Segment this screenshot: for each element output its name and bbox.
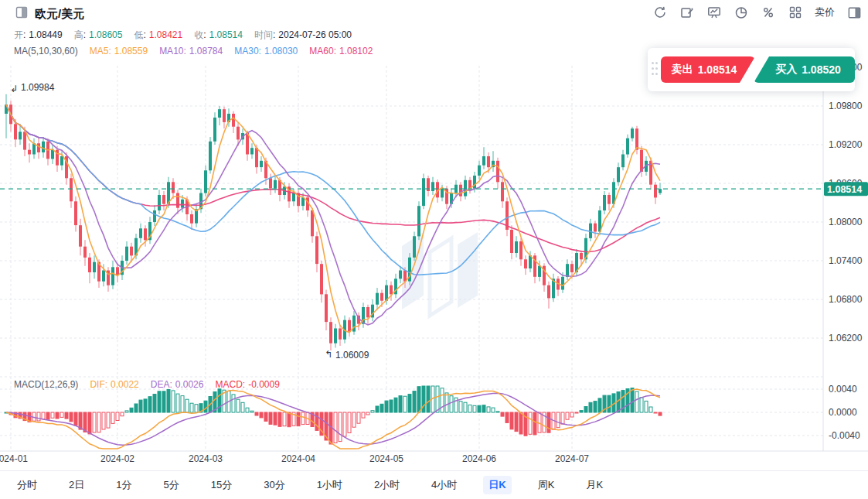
time-label: 时间: [254, 29, 273, 40]
timeframe-tab-5分[interactable]: 5分: [158, 476, 184, 494]
macd-indicator-row: MACD(12,26,9) DIF:0.0022 DEA:0.0026 MACD…: [14, 379, 291, 390]
svg-text:1.07400: 1.07400: [829, 255, 863, 266]
timeframe-bar: 分时2日1分5分15分30分1小时2小时4小时日K周K月K: [0, 470, 868, 499]
sell-price-toggle[interactable]: 卖价: [815, 5, 835, 19]
ma10-value: 1.08784: [189, 46, 223, 56]
ma-indicator-row: MA(5,10,30,60) MA5:1.08559 MA10:1.08784 …: [14, 46, 384, 56]
low-label: 低: [134, 29, 143, 40]
symbol-icon: [15, 6, 28, 22]
pie-chart-icon[interactable]: [734, 5, 749, 20]
dif-value: 0.0022: [111, 379, 139, 390]
refresh-icon[interactable]: [652, 5, 668, 20]
timeframe-tab-15分[interactable]: 15分: [206, 476, 237, 494]
high-label: 高: [74, 29, 83, 40]
timeframe-tab-1小时[interactable]: 1小时: [311, 476, 348, 494]
svg-text:1.06800: 1.06800: [829, 294, 863, 305]
ma60-line: [6, 104, 660, 251]
timeframe-tab-周K[interactable]: 周K: [533, 476, 560, 494]
svg-text:↲: ↲: [10, 84, 18, 94]
svg-text:2024-02: 2024-02: [100, 453, 134, 464]
svg-text:1.08514: 1.08514: [827, 184, 862, 195]
time-axis-labels[interactable]: 2024-012024-022024-032024-042024-052024-…: [0, 453, 589, 464]
high-price-marker: ↲1.09984: [10, 82, 55, 94]
time-value: 2024-07-26 05:00: [278, 29, 352, 40]
ma30-value: 1.08030: [264, 46, 298, 56]
price-axis-labels[interactable]: 1.104001.098001.092001.086001.080001.074…: [829, 62, 863, 441]
trade-panel: 卖出 1.08514 买入 1.08520: [648, 48, 855, 91]
low-price-marker: ↰1.06009: [325, 349, 369, 361]
sell-button-price: 1.08514: [698, 63, 737, 76]
timeframe-tab-分时[interactable]: 分时: [12, 476, 43, 494]
dea-label: DEA:: [151, 379, 172, 390]
svg-text:1.09200: 1.09200: [829, 139, 863, 150]
timeframe-tab-2小时[interactable]: 2小时: [369, 476, 405, 494]
panel-toggle-icon[interactable]: [846, 5, 862, 20]
current-price-tag: 1.08514: [824, 182, 868, 196]
ma-overlays: [6, 104, 660, 333]
macd-label: MACD:: [215, 379, 245, 390]
ma5-value: 1.08559: [114, 46, 148, 56]
timeframe-tab-2日[interactable]: 2日: [63, 476, 90, 494]
dif-label: DIF:: [90, 379, 107, 390]
close-label: 收: [194, 29, 203, 40]
buy-button-price: 1.08520: [802, 63, 841, 76]
open-value: 1.08449: [29, 29, 62, 40]
chart-toolbar: 卖价: [652, 5, 862, 20]
close-value: 1.08514: [209, 29, 243, 40]
timeframe-tab-30分[interactable]: 30分: [258, 476, 290, 494]
ma60-value: 1.08102: [339, 46, 373, 56]
timeframe-tab-4小时[interactable]: 4小时: [426, 476, 462, 494]
svg-text:1.06200: 1.06200: [829, 333, 863, 343]
low-value: 1.08421: [149, 29, 182, 40]
svg-text:-0.0040: -0.0040: [829, 430, 860, 441]
timeframe-tab-1分[interactable]: 1分: [111, 476, 137, 494]
open-label: 开: [14, 29, 23, 40]
ohlc-row: 开:1.08449 高:1.08605 低:1.08421 收:1.08514 …: [14, 29, 363, 42]
sell-button[interactable]: 卖出 1.08514: [661, 56, 755, 83]
svg-text:2024-05: 2024-05: [369, 453, 403, 464]
svg-text:1.06009: 1.06009: [335, 350, 369, 361]
timeframe-tab-月K[interactable]: 月K: [580, 476, 608, 494]
svg-text:1.09984: 1.09984: [21, 82, 55, 93]
svg-text:1.08000: 1.08000: [829, 217, 863, 227]
percent-icon[interactable]: [761, 5, 776, 20]
trading-app: ↲1.09984↰1.060091.104001.098001.092001.0…: [0, 0, 868, 499]
svg-text:0.0000: 0.0000: [829, 407, 857, 418]
ma10-line: [6, 104, 660, 325]
ma10-label: MA10:: [159, 46, 186, 56]
macd-title: MACD(12,26,9): [14, 379, 78, 390]
dea-value: 0.0026: [175, 379, 204, 390]
ma30-line: [6, 104, 660, 275]
symbol-header: 欧元/美元: [15, 6, 84, 22]
svg-text:0.0040: 0.0040: [829, 384, 857, 395]
svg-text:2024-04: 2024-04: [281, 453, 315, 464]
high-value: 1.08605: [89, 29, 122, 40]
svg-text:↰: ↰: [325, 349, 332, 360]
ma-title: MA(5,10,30,60): [14, 46, 78, 56]
ma30-label: MA30:: [234, 46, 261, 56]
svg-text:2024-06: 2024-06: [462, 453, 496, 464]
draw-icon[interactable]: [679, 5, 695, 20]
buy-button-label: 买入: [775, 63, 797, 77]
chart-board-icon[interactable]: [706, 5, 722, 20]
drag-handle[interactable]: [652, 62, 659, 78]
page-title: 欧元/美元: [35, 7, 84, 22]
sell-button-label: 卖出: [672, 63, 693, 77]
ma5-label: MA5:: [90, 46, 111, 56]
macd-value: -0.0009: [248, 379, 280, 390]
ma60-label: MA60:: [309, 46, 336, 56]
svg-text:1.09800: 1.09800: [829, 101, 863, 111]
svg-text:2024-01: 2024-01: [0, 453, 28, 464]
svg-text:2024-07: 2024-07: [555, 453, 589, 464]
svg-text:2024-03: 2024-03: [189, 453, 223, 464]
layout-grid-icon[interactable]: [788, 5, 803, 20]
timeframe-tab-日K[interactable]: 日K: [483, 476, 511, 494]
buy-button[interactable]: 买入 1.08520: [754, 56, 855, 83]
